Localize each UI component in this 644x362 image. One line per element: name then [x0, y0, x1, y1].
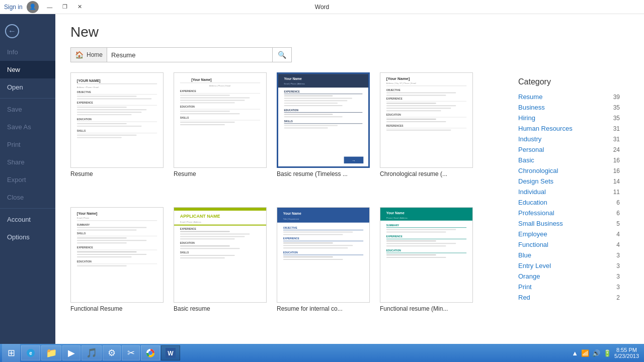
- tray-volume[interactable]: 🔊: [592, 349, 600, 357]
- home-label: Home: [87, 51, 103, 58]
- category-item-education[interactable]: Education6: [518, 197, 629, 208]
- back-button[interactable]: ←: [0, 19, 24, 43]
- svg-rect-86: [77, 227, 146, 228]
- svg-rect-150: [386, 257, 446, 258]
- category-item-basic[interactable]: Basic16: [518, 155, 629, 165]
- svg-rect-149: [386, 254, 436, 255]
- svg-rect-112: [180, 245, 230, 246]
- svg-rect-76: [386, 119, 436, 120]
- close-button[interactable]: ✕: [73, 2, 87, 12]
- svg-rect-13: [77, 114, 132, 115]
- taskbar-word[interactable]: W: [161, 345, 180, 360]
- category-item-print[interactable]: Print3: [518, 282, 629, 292]
- sidebar-separator-1: [0, 98, 55, 99]
- svg-text:OBJECTIVE: OBJECTIVE: [386, 89, 401, 92]
- category-item-employee[interactable]: Employee4: [518, 229, 629, 239]
- category-item-chronological[interactable]: Chronological16: [518, 165, 629, 176]
- taskbar-clock[interactable]: 8:55 PM 5/23/2013: [614, 347, 639, 359]
- template-label-7: Resume for internal co...: [277, 305, 370, 312]
- sidebar-item-options[interactable]: Options: [0, 228, 55, 246]
- svg-rect-12: [77, 112, 142, 113]
- template-card-6[interactable]: APPLICANT NAME Email | Phone | Address E…: [174, 207, 267, 334]
- category-item-design-sets[interactable]: Design Sets14: [518, 176, 629, 187]
- template-card-7[interactable]: Your Name Title | Department OBJECTIVE E…: [277, 207, 370, 334]
- minimize-button[interactable]: —: [43, 2, 57, 12]
- search-button[interactable]: 🔍: [272, 48, 291, 62]
- restore-button[interactable]: ❐: [58, 2, 72, 12]
- svg-rect-124: [283, 234, 343, 235]
- sidebar-item-open[interactable]: Open: [0, 78, 55, 96]
- svg-rect-49: [284, 103, 338, 104]
- template-card-1[interactable]: [YOUR NAME] Address • Phone • Email OBJE…: [70, 72, 164, 199]
- sign-in-link[interactable]: Sign in: [4, 4, 23, 11]
- category-item-human-resources[interactable]: Human Resources31: [518, 123, 629, 134]
- svg-text:Your Name: Your Name: [284, 77, 302, 80]
- sidebar-item-account[interactable]: Account: [0, 211, 55, 228]
- category-item-personal[interactable]: Personal24: [518, 144, 629, 155]
- svg-rect-35: [180, 113, 240, 114]
- svg-rect-96: [77, 254, 146, 255]
- svg-text:Email | Phone: Email | Phone: [77, 217, 90, 219]
- category-item-orange[interactable]: Orange3: [518, 271, 629, 282]
- template-card-5[interactable]: [Your Name] Email | Phone SUMMARY SKILLS: [70, 207, 164, 334]
- back-arrow-icon: ←: [5, 24, 19, 38]
- svg-rect-57: [284, 125, 338, 126]
- category-item-individual[interactable]: Individual11: [518, 187, 629, 197]
- category-scroll: Resume39 Business35 Hiring35 Human Resou…: [518, 92, 629, 329]
- svg-rect-133: [283, 259, 343, 260]
- template-thumb-7: Your Name Title | Department OBJECTIVE E…: [277, 207, 370, 303]
- category-item-professional[interactable]: Professional6: [518, 208, 629, 218]
- sidebar-item-info[interactable]: Info: [0, 43, 55, 61]
- taskbar-snip[interactable]: ✂: [122, 345, 140, 360]
- category-item-hiring[interactable]: Hiring35: [518, 113, 629, 123]
- sidebar-item-save: Save: [0, 101, 55, 118]
- category-item-business[interactable]: Business35: [518, 102, 629, 113]
- tray-battery[interactable]: 🔋: [603, 349, 611, 357]
- page-title: New: [70, 24, 629, 40]
- svg-rect-7: [77, 98, 151, 99]
- category-item-entry-level[interactable]: Entry Level3: [518, 260, 629, 271]
- tray-show-desktop[interactable]: ▲: [572, 349, 578, 357]
- template-card-2[interactable]: [Your Name] Address | Phone | Email EXPE…: [174, 72, 267, 199]
- category-item-small-business[interactable]: Small Business5: [518, 218, 629, 229]
- template-card-4[interactable]: [Your Name] Address | City, ST | Phone |…: [380, 72, 473, 199]
- category-item-blue[interactable]: Blue3: [518, 250, 629, 260]
- svg-rect-38: [180, 122, 235, 123]
- svg-rect-129: [283, 247, 348, 248]
- taskbar-settings[interactable]: ⚙: [103, 345, 121, 360]
- templates-scroll: [YOUR NAME] Address • Phone • Email OBJE…: [55, 67, 644, 344]
- taskbar-music[interactable]: 🎵: [82, 345, 102, 360]
- template-card-8[interactable]: Your Name Phone | Email | Address SUMMAR…: [380, 207, 473, 334]
- template-label-4: Chronological resume (...: [380, 170, 473, 177]
- taskbar-ie[interactable]: e: [21, 345, 40, 360]
- svg-rect-141: [386, 232, 446, 233]
- tray-network[interactable]: 📶: [581, 349, 589, 357]
- start-button[interactable]: ⊞: [2, 344, 20, 362]
- svg-text:Email | Phone | Address: Email | Phone | Address: [284, 82, 305, 85]
- svg-text:EXPERIENCE: EXPERIENCE: [77, 102, 94, 104]
- search-input[interactable]: [107, 48, 272, 62]
- taskbar-chrome[interactable]: [141, 345, 160, 360]
- taskbar-media[interactable]: ▶: [62, 345, 80, 360]
- taskbar-folder[interactable]: 📁: [41, 345, 61, 360]
- svg-rect-66: [386, 93, 456, 94]
- sidebar-item-share: Share: [0, 153, 55, 171]
- svg-text:OBJECTIVE: OBJECTIVE: [77, 91, 92, 94]
- home-breadcrumb[interactable]: 🏠 Home: [71, 48, 107, 62]
- svg-rect-11: [77, 109, 146, 110]
- avatar[interactable]: 👤: [27, 1, 39, 13]
- svg-text:EDUCATION: EDUCATION: [386, 114, 401, 116]
- svg-rect-146: [386, 245, 446, 246]
- template-card-3[interactable]: Your Name Email | Phone | Address EXPERI…: [277, 72, 370, 199]
- svg-rect-92: [77, 242, 127, 243]
- sidebar-item-new[interactable]: New: [0, 61, 55, 78]
- category-item-functional[interactable]: Functional4: [518, 239, 629, 250]
- category-item-industry[interactable]: Industry31: [518, 134, 629, 144]
- svg-rect-46: [284, 96, 333, 97]
- category-item-red[interactable]: Red2: [518, 292, 629, 303]
- template-thumb-5: [Your Name] Email | Phone SUMMARY SKILLS: [70, 207, 164, 303]
- svg-rect-61: [380, 73, 472, 167]
- category-item-resume[interactable]: Resume39: [518, 92, 629, 102]
- svg-point-154: [148, 351, 152, 355]
- svg-rect-54: [284, 116, 343, 117]
